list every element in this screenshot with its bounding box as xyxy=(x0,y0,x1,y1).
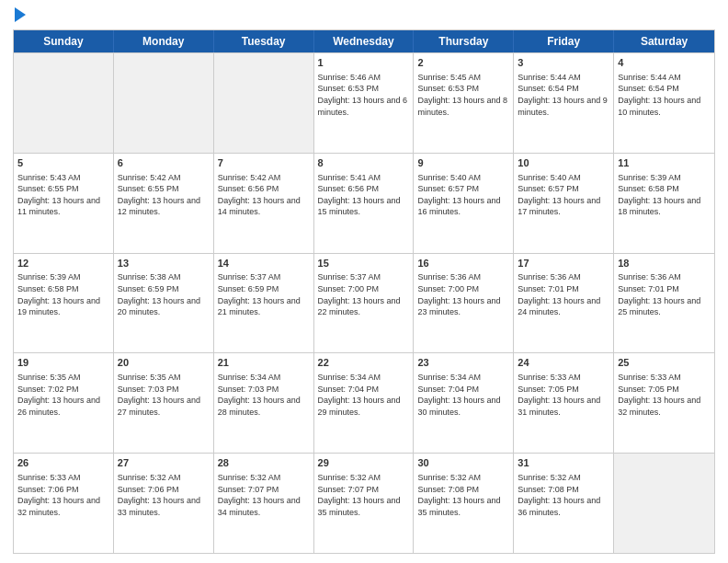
day-number: 6 xyxy=(118,156,210,170)
cal-header-day: Sunday xyxy=(14,30,114,52)
day-number: 25 xyxy=(618,356,711,370)
cell-info: Sunrise: 5:32 AM Sunset: 7:06 PM Dayligh… xyxy=(118,472,210,518)
day-number: 15 xyxy=(318,257,410,270)
calendar-cell xyxy=(14,53,114,153)
cell-info: Sunrise: 5:45 AM Sunset: 6:53 PM Dayligh… xyxy=(417,72,509,118)
calendar-cell: 19Sunrise: 5:35 AM Sunset: 7:02 PM Dayli… xyxy=(14,353,114,453)
day-number: 30 xyxy=(417,456,509,470)
calendar-cell: 21Sunrise: 5:34 AM Sunset: 7:03 PM Dayli… xyxy=(214,353,314,453)
day-number: 10 xyxy=(518,156,609,170)
cell-info: Sunrise: 5:40 AM Sunset: 6:57 PM Dayligh… xyxy=(518,172,609,218)
calendar-row: 26Sunrise: 5:33 AM Sunset: 7:06 PM Dayli… xyxy=(14,453,714,553)
cell-info: Sunrise: 5:34 AM Sunset: 7:04 PM Dayligh… xyxy=(318,372,410,418)
cell-info: Sunrise: 5:41 AM Sunset: 6:56 PM Dayligh… xyxy=(318,172,410,218)
calendar-cell: 26Sunrise: 5:33 AM Sunset: 7:06 PM Dayli… xyxy=(14,454,114,553)
day-number: 13 xyxy=(118,257,210,270)
cell-info: Sunrise: 5:39 AM Sunset: 6:58 PM Dayligh… xyxy=(17,271,109,317)
calendar-cell: 7Sunrise: 5:42 AM Sunset: 6:56 PM Daylig… xyxy=(214,154,314,253)
day-number: 9 xyxy=(417,156,509,170)
cell-info: Sunrise: 5:36 AM Sunset: 7:01 PM Dayligh… xyxy=(618,271,711,317)
day-number: 17 xyxy=(518,257,609,270)
calendar-body: 1Sunrise: 5:46 AM Sunset: 6:53 PM Daylig… xyxy=(14,52,714,553)
calendar-row: 5Sunrise: 5:43 AM Sunset: 6:55 PM Daylig… xyxy=(14,153,714,253)
cell-info: Sunrise: 5:33 AM Sunset: 7:05 PM Dayligh… xyxy=(518,372,609,418)
cal-header-day: Friday xyxy=(514,30,614,52)
cell-info: Sunrise: 5:37 AM Sunset: 7:00 PM Dayligh… xyxy=(318,271,410,317)
calendar-cell: 13Sunrise: 5:38 AM Sunset: 6:59 PM Dayli… xyxy=(114,254,214,353)
calendar-cell: 9Sunrise: 5:40 AM Sunset: 6:57 PM Daylig… xyxy=(414,154,514,253)
calendar-cell: 28Sunrise: 5:32 AM Sunset: 7:07 PM Dayli… xyxy=(214,454,314,553)
cal-header-day: Thursday xyxy=(414,30,514,52)
day-number: 5 xyxy=(17,156,109,170)
day-number: 23 xyxy=(417,356,509,370)
day-number: 12 xyxy=(17,257,109,270)
calendar-cell xyxy=(114,53,214,153)
calendar-cell: 1Sunrise: 5:46 AM Sunset: 6:53 PM Daylig… xyxy=(314,53,415,153)
cell-info: Sunrise: 5:37 AM Sunset: 6:59 PM Dayligh… xyxy=(218,271,310,317)
day-number: 18 xyxy=(618,257,711,270)
calendar-cell: 11Sunrise: 5:39 AM Sunset: 6:58 PM Dayli… xyxy=(614,154,714,253)
cell-info: Sunrise: 5:32 AM Sunset: 7:08 PM Dayligh… xyxy=(518,472,609,518)
day-number: 8 xyxy=(318,156,410,170)
cell-info: Sunrise: 5:38 AM Sunset: 6:59 PM Dayligh… xyxy=(118,271,210,317)
calendar-cell: 27Sunrise: 5:32 AM Sunset: 7:06 PM Dayli… xyxy=(114,454,214,553)
calendar-cell: 15Sunrise: 5:37 AM Sunset: 7:00 PM Dayli… xyxy=(314,254,415,353)
calendar-cell: 17Sunrise: 5:36 AM Sunset: 7:01 PM Dayli… xyxy=(514,254,614,353)
day-number: 2 xyxy=(417,56,509,70)
cell-info: Sunrise: 5:44 AM Sunset: 6:54 PM Dayligh… xyxy=(618,72,711,118)
cell-info: Sunrise: 5:40 AM Sunset: 6:57 PM Dayligh… xyxy=(417,172,509,218)
page: SundayMondayTuesdayWednesdayThursdayFrid… xyxy=(0,0,728,563)
cell-info: Sunrise: 5:34 AM Sunset: 7:04 PM Dayligh… xyxy=(417,372,509,418)
header xyxy=(13,9,715,22)
calendar-cell xyxy=(614,454,714,553)
day-number: 27 xyxy=(118,456,210,470)
calendar: SundayMondayTuesdayWednesdayThursdayFrid… xyxy=(13,29,715,554)
day-number: 22 xyxy=(318,356,410,370)
calendar-cell: 23Sunrise: 5:34 AM Sunset: 7:04 PM Dayli… xyxy=(414,353,514,453)
cal-header-day: Wednesday xyxy=(314,30,415,52)
calendar-cell: 5Sunrise: 5:43 AM Sunset: 6:55 PM Daylig… xyxy=(14,154,114,253)
cell-info: Sunrise: 5:39 AM Sunset: 6:58 PM Dayligh… xyxy=(618,172,711,218)
cell-info: Sunrise: 5:36 AM Sunset: 7:01 PM Dayligh… xyxy=(518,271,609,317)
day-number: 24 xyxy=(518,356,609,370)
logo xyxy=(13,9,26,22)
day-number: 19 xyxy=(17,356,109,370)
calendar-cell: 12Sunrise: 5:39 AM Sunset: 6:58 PM Dayli… xyxy=(14,254,114,353)
logo-arrow-icon xyxy=(15,7,26,22)
day-number: 3 xyxy=(518,56,609,70)
calendar-cell: 22Sunrise: 5:34 AM Sunset: 7:04 PM Dayli… xyxy=(314,353,415,453)
calendar-cell: 8Sunrise: 5:41 AM Sunset: 6:56 PM Daylig… xyxy=(314,154,415,253)
cell-info: Sunrise: 5:32 AM Sunset: 7:08 PM Dayligh… xyxy=(417,472,509,518)
cell-info: Sunrise: 5:43 AM Sunset: 6:55 PM Dayligh… xyxy=(17,172,109,218)
cal-header-day: Monday xyxy=(114,30,214,52)
day-number: 31 xyxy=(518,456,609,470)
day-number: 4 xyxy=(618,56,711,70)
day-number: 1 xyxy=(318,56,410,70)
day-number: 7 xyxy=(218,156,310,170)
calendar-cell: 4Sunrise: 5:44 AM Sunset: 6:54 PM Daylig… xyxy=(614,53,714,153)
cal-header-day: Tuesday xyxy=(214,30,314,52)
calendar-cell: 31Sunrise: 5:32 AM Sunset: 7:08 PM Dayli… xyxy=(514,454,614,553)
day-number: 26 xyxy=(17,456,109,470)
calendar-cell: 3Sunrise: 5:44 AM Sunset: 6:54 PM Daylig… xyxy=(514,53,614,153)
cal-header-day: Saturday xyxy=(614,30,714,52)
cell-info: Sunrise: 5:32 AM Sunset: 7:07 PM Dayligh… xyxy=(318,472,410,518)
calendar-cell: 29Sunrise: 5:32 AM Sunset: 7:07 PM Dayli… xyxy=(314,454,415,553)
cell-info: Sunrise: 5:34 AM Sunset: 7:03 PM Dayligh… xyxy=(218,372,310,418)
calendar-header: SundayMondayTuesdayWednesdayThursdayFrid… xyxy=(14,30,714,52)
day-number: 11 xyxy=(618,156,711,170)
cell-info: Sunrise: 5:33 AM Sunset: 7:06 PM Dayligh… xyxy=(17,472,109,518)
calendar-row: 12Sunrise: 5:39 AM Sunset: 6:58 PM Dayli… xyxy=(14,253,714,353)
calendar-cell: 16Sunrise: 5:36 AM Sunset: 7:00 PM Dayli… xyxy=(414,254,514,353)
cell-info: Sunrise: 5:36 AM Sunset: 7:00 PM Dayligh… xyxy=(417,271,509,317)
day-number: 14 xyxy=(218,257,310,270)
calendar-cell: 20Sunrise: 5:35 AM Sunset: 7:03 PM Dayli… xyxy=(114,353,214,453)
calendar-cell: 10Sunrise: 5:40 AM Sunset: 6:57 PM Dayli… xyxy=(514,154,614,253)
calendar-cell xyxy=(214,53,314,153)
cell-info: Sunrise: 5:33 AM Sunset: 7:05 PM Dayligh… xyxy=(618,372,711,418)
cell-info: Sunrise: 5:42 AM Sunset: 6:56 PM Dayligh… xyxy=(218,172,310,218)
cell-info: Sunrise: 5:35 AM Sunset: 7:03 PM Dayligh… xyxy=(118,372,210,418)
calendar-cell: 25Sunrise: 5:33 AM Sunset: 7:05 PM Dayli… xyxy=(614,353,714,453)
calendar-cell: 6Sunrise: 5:42 AM Sunset: 6:55 PM Daylig… xyxy=(114,154,214,253)
cell-info: Sunrise: 5:44 AM Sunset: 6:54 PM Dayligh… xyxy=(518,72,609,118)
